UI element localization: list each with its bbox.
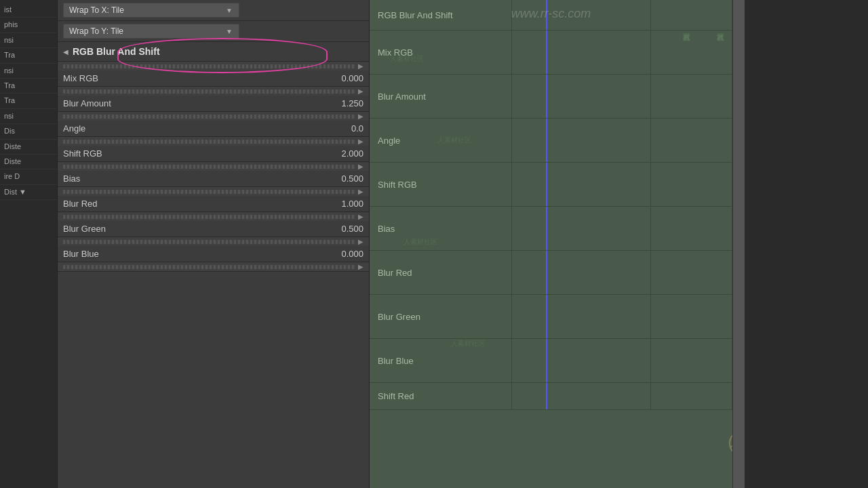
blur-red-label-row: Blur Red 1.000: [58, 196, 369, 211]
collapse-arrow-icon[interactable]: ◀: [63, 48, 68, 56]
timeline-graph-4[interactable]: [512, 163, 651, 206]
sidebar-item-11[interactable]: ire D: [0, 169, 57, 184]
blur-blue-expand-icon[interactable]: ▶: [358, 238, 363, 245]
timeline-graph-3[interactable]: [512, 119, 651, 162]
wrap-x-select[interactable]: Wrap To X: Tile: [63, 3, 239, 18]
blur-red-label: Blur Red: [63, 199, 326, 209]
blur-green-label-row: Blur Green 0.500: [58, 221, 369, 237]
section-header-rgb[interactable]: ◀ RGB Blur And Shift: [58, 42, 369, 62]
timeline-graph-9[interactable]: [512, 383, 651, 409]
blur-green-expand-icon[interactable]: ▶: [358, 213, 363, 220]
angle-slider[interactable]: [63, 115, 355, 119]
timeline-label-3: Angle: [370, 119, 512, 162]
sidebar-item-5[interactable]: Tra: [0, 79, 57, 94]
shift-rgb-label: Shift RGB: [63, 148, 326, 159]
mix-rgb-expand-icon[interactable]: ▶: [358, 62, 363, 70]
blur-amount-expand-icon[interactable]: ▶: [358, 87, 363, 95]
timeline-playhead-1: [546, 30, 547, 74]
bias-slider[interactable]: [63, 165, 355, 169]
shift-rgb-label-row: Shift RGB 2.000: [58, 146, 369, 161]
blur-amount-slider[interactable]: [63, 89, 355, 94]
shift-rgb-slider[interactable]: [63, 140, 355, 144]
sidebar-item-2[interactable]: nsi: [0, 33, 57, 48]
timeline-label-1: Mix RGB: [370, 30, 512, 74]
mix-rgb-slider[interactable]: [63, 64, 355, 68]
sidebar-item-7[interactable]: nsi: [0, 109, 57, 124]
timeline-row-8: Blur Blue: [370, 339, 732, 383]
timeline-extra-3: [651, 119, 732, 162]
sidebar-item-9[interactable]: Diste: [0, 140, 57, 155]
timeline-graph-1[interactable]: [512, 30, 651, 74]
blur-green-label: Blur Green: [63, 224, 326, 234]
timeline-extra-8: [651, 339, 732, 382]
blur-red-value[interactable]: 1.000: [326, 199, 363, 209]
timeline-row-6: Blur Red: [370, 251, 732, 295]
timeline-extra-0: [651, 0, 732, 30]
prop-blur-blue: ▶ Blur Blue 0.000: [58, 237, 369, 262]
bias-label-row: Bias 0.500: [58, 171, 369, 186]
wrap-y-select[interactable]: Wrap To Y: Tile: [63, 24, 239, 39]
prop-bias: ▶ Bias 0.500: [58, 162, 369, 187]
blur-amount-label: Blur Amount: [63, 98, 326, 108]
blur-red-slider[interactable]: [63, 190, 355, 194]
shift-rgb-slider-row: ▶: [58, 137, 369, 146]
blur-amount-value[interactable]: 1.250: [326, 98, 363, 108]
bias-expand-icon[interactable]: ▶: [358, 163, 363, 170]
blur-blue-value[interactable]: 0.000: [326, 249, 363, 259]
timeline-label-9: Shift Red: [370, 383, 512, 409]
mix-rgb-value[interactable]: 0.000: [326, 73, 363, 83]
blur-green-value[interactable]: 0.500: [326, 224, 363, 234]
prop-blur-green: ▶ Blur Green 0.500: [58, 212, 369, 237]
sidebar-item-0[interactable]: ist: [0, 3, 57, 18]
timeline-label-2: Blur Amount: [370, 75, 512, 118]
blur-green-slider[interactable]: [63, 215, 355, 219]
timeline-extra-2: [651, 75, 732, 118]
prop-shift-rgb: ▶ Shift RGB 2.000: [58, 137, 369, 162]
timeline-graph-2[interactable]: [512, 75, 651, 118]
timeline-label-5: Bias: [370, 207, 512, 250]
timeline-extra-4: [651, 163, 732, 206]
blur-blue-slider[interactable]: [63, 240, 355, 244]
timeline-playhead-5: [546, 207, 547, 250]
angle-value[interactable]: 0.0: [326, 123, 363, 134]
sidebar-item-4[interactable]: nsi: [0, 64, 57, 79]
sidebar-item-8[interactable]: Dis: [0, 124, 57, 139]
bias-label: Bias: [63, 174, 326, 184]
mix-rgb-label: Mix RGB: [63, 73, 326, 83]
timeline-panel: www.rr-sc.com 人素材社区 人素材社区 人素材社区 人素材社区 人素…: [370, 0, 732, 488]
timeline-graph-8[interactable]: [512, 339, 651, 382]
angle-expand-icon[interactable]: ▶: [358, 113, 363, 120]
prop-blur-amount: ▶ Blur Amount 1.250: [58, 87, 369, 112]
timeline-label-0: RGB Blur And Shift: [370, 0, 512, 30]
shift-red-expand-icon[interactable]: ▶: [358, 263, 363, 270]
timeline-playhead-0: [546, 0, 547, 30]
shift-red-slider-row: ▶: [58, 262, 369, 271]
timeline-playhead-4: [546, 163, 547, 206]
sidebar-item-1[interactable]: phis: [0, 18, 57, 33]
timeline-row-5: Bias: [370, 207, 732, 251]
timeline-label-4: Shift RGB: [370, 163, 512, 206]
sidebar-item-6[interactable]: Tra: [0, 94, 57, 108]
timeline-graph-7[interactable]: [512, 295, 651, 338]
timeline-label-6: Blur Red: [370, 251, 512, 294]
timeline-label-8: Blur Blue: [370, 339, 512, 382]
timeline-label-7: Blur Green: [370, 295, 512, 338]
blur-red-expand-icon[interactable]: ▶: [358, 188, 363, 195]
timeline-extra-7: [651, 295, 732, 338]
wrap-y-row: Wrap To Y: Tile ▼: [58, 21, 369, 42]
shift-rgb-expand-icon[interactable]: ▶: [358, 138, 363, 145]
timeline-row-2: Blur Amount: [370, 75, 732, 119]
timeline-row-9: Shift Red: [370, 383, 732, 410]
timeline-graph-0[interactable]: [512, 0, 651, 30]
right-panel: [732, 0, 868, 488]
scrollbar-right[interactable]: [732, 0, 745, 488]
shift-rgb-value[interactable]: 2.000: [326, 148, 363, 159]
sidebar-item-3[interactable]: Tra: [0, 48, 57, 63]
shift-red-slider[interactable]: [63, 265, 355, 269]
bias-value[interactable]: 0.500: [326, 174, 363, 184]
timeline-extra-9: [651, 383, 732, 409]
timeline-graph-5[interactable]: [512, 207, 651, 250]
timeline-graph-6[interactable]: [512, 251, 651, 294]
sidebar-item-12[interactable]: Dist ▼: [0, 185, 57, 200]
sidebar-item-10[interactable]: Diste: [0, 155, 57, 169]
